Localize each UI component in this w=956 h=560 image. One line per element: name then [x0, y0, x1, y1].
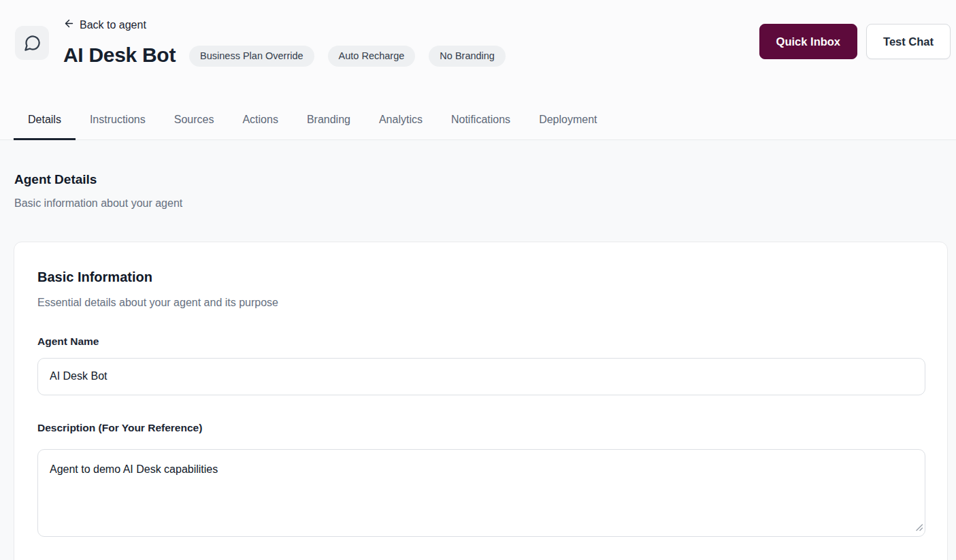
main-content: Agent Details Basic information about yo… — [0, 140, 956, 560]
agent-name-label: Agent Name — [37, 335, 925, 348]
description-field-wrap — [37, 449, 925, 537]
badge-no-branding: No Branding — [429, 46, 506, 67]
agent-settings-page: Back to agent AI Desk Bot Business Plan … — [0, 0, 956, 560]
tab-notifications[interactable]: Notifications — [437, 101, 525, 139]
basic-information-card: Basic Information Essential details abou… — [14, 242, 948, 560]
chat-bubble-icon — [23, 34, 42, 52]
card-title: Basic Information — [37, 269, 925, 285]
description-label: Description (For Your Reference) — [37, 422, 925, 434]
tab-deployment[interactable]: Deployment — [525, 101, 611, 139]
tab-instructions[interactable]: Instructions — [76, 101, 160, 139]
tab-sources[interactable]: Sources — [160, 101, 229, 139]
agent-name-input[interactable] — [37, 358, 925, 395]
card-subtitle: Essential details about your agent and i… — [37, 297, 925, 309]
tab-actions[interactable]: Actions — [228, 101, 292, 139]
test-chat-button[interactable]: Test Chat — [866, 24, 951, 59]
quick-inbox-button[interactable]: Quick Inbox — [759, 24, 857, 59]
description-textarea[interactable] — [37, 449, 925, 537]
header: Back to agent AI Desk Bot Business Plan … — [0, 0, 956, 67]
arrow-left-icon — [63, 18, 75, 32]
tab-branding[interactable]: Branding — [293, 101, 365, 139]
back-to-agent-label: Back to agent — [80, 19, 146, 31]
section-subtitle: Basic information about your agent — [14, 197, 948, 210]
tab-details[interactable]: Details — [14, 101, 76, 139]
back-to-agent-link[interactable]: Back to agent — [63, 16, 146, 33]
tab-analytics[interactable]: Analytics — [365, 101, 437, 139]
badge-group: Business Plan Override Auto Recharge No … — [189, 46, 506, 67]
header-actions: Quick Inbox Test Chat — [759, 24, 951, 59]
tab-bar: Details Instructions Sources Actions Bra… — [0, 101, 956, 140]
title-row: AI Desk Bot Business Plan Override Auto … — [63, 43, 506, 67]
agent-avatar — [15, 26, 49, 60]
page-title: AI Desk Bot — [63, 44, 176, 66]
resize-handle-icon[interactable] — [914, 522, 923, 534]
badge-business-plan-override: Business Plan Override — [189, 46, 314, 67]
section-title: Agent Details — [14, 140, 948, 187]
badge-auto-recharge: Auto Recharge — [328, 46, 416, 67]
title-block: Back to agent AI Desk Bot Business Plan … — [63, 16, 506, 67]
